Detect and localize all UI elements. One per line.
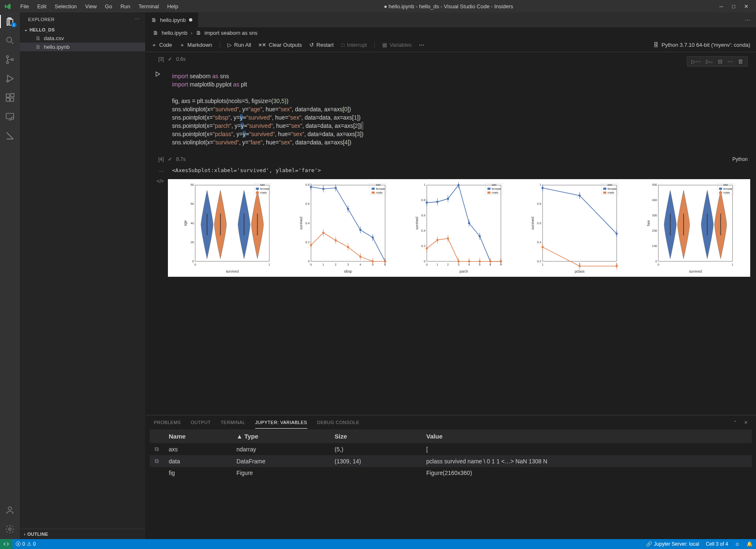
menu-terminal[interactable]: Terminal	[135, 2, 162, 11]
search-icon[interactable]	[5, 36, 15, 46]
feedback-icon[interactable]: ☺	[732, 541, 743, 547]
cell-more-icon[interactable]: ⋯	[727, 58, 733, 65]
code-editor[interactable]: import seaborn as sns import matplotlib.…	[168, 65, 750, 153]
svg-rect-163	[603, 192, 606, 194]
svg-text:1: 1	[542, 263, 543, 266]
svg-text:0.2: 0.2	[537, 259, 541, 263]
source-control-icon[interactable]	[5, 55, 15, 65]
svg-text:male: male	[260, 191, 267, 194]
popout-icon[interactable]: ⧉	[150, 443, 164, 455]
svg-point-3	[12, 59, 14, 61]
menu-selection[interactable]: Selection	[51, 2, 80, 11]
svg-text:0.8: 0.8	[306, 183, 310, 187]
settings-gear-icon[interactable]	[5, 524, 15, 534]
window-title: ● hello.ipynb - hello_ds - Visual Studio…	[184, 3, 713, 10]
svg-text:fare: fare	[646, 220, 651, 226]
toolbar-more-icon[interactable]: ⋯	[419, 42, 425, 48]
restart-button[interactable]: ↺Restart	[309, 42, 334, 48]
maximize-icon[interactable]: □	[731, 3, 736, 10]
remote-indicator[interactable]	[0, 539, 12, 549]
menu-file[interactable]: File	[17, 2, 32, 11]
svg-text:0: 0	[426, 263, 428, 266]
breadcrumb-symbol[interactable]: import seaborn as sns	[205, 30, 258, 36]
file-icon: 🗎	[153, 30, 158, 36]
svg-text:200: 200	[652, 229, 657, 233]
add-markdown-button[interactable]: ＋Markdown	[179, 41, 212, 49]
menu-go[interactable]: Go	[102, 2, 115, 11]
editor-tabs: 🗎 hello.ipynb ⋯	[146, 12, 756, 27]
panel-collapse-icon[interactable]: ⌃	[733, 417, 737, 429]
table-row[interactable]: fig Figure Figure(2160x360)	[150, 467, 752, 479]
panel-tab-output[interactable]: OUTPUT	[191, 417, 211, 428]
svg-rect-184	[719, 192, 722, 194]
panel-tab-jupyter-variables[interactable]: JUPYTER: VARIABLES	[255, 417, 307, 429]
menu-run[interactable]: Run	[117, 2, 134, 11]
problems-status[interactable]: ⓧ0 ⚠0	[12, 539, 39, 549]
run-debug-icon[interactable]	[5, 74, 15, 84]
sidebar-more-icon[interactable]: ⋯	[135, 17, 140, 22]
menu-edit[interactable]: Edit	[34, 2, 50, 11]
explorer-icon[interactable]: 1	[5, 17, 15, 26]
svg-text:1: 1	[424, 183, 426, 187]
remote-explorer-icon[interactable]	[5, 112, 15, 122]
svg-rect-5	[6, 94, 10, 97]
variables-button[interactable]: ▦Variables	[382, 42, 411, 48]
interrupt-button[interactable]: □Interrupt	[341, 42, 367, 48]
jupyter-icon[interactable]	[5, 131, 15, 141]
svg-text:male: male	[608, 191, 614, 194]
svg-point-1	[7, 56, 9, 58]
close-icon[interactable]: ✕	[744, 3, 749, 10]
panel-close-icon[interactable]: ✕	[744, 417, 748, 429]
run-cell-icon[interactable]: ▷⋯	[691, 58, 701, 65]
panel-tab-terminal[interactable]: TERMINAL	[220, 417, 245, 428]
menu-view[interactable]: View	[82, 2, 100, 11]
outline-label: OUTLINE	[27, 532, 48, 537]
svg-rect-182	[719, 188, 722, 190]
panel-tab-debug-console[interactable]: DEBUG CONSOLE	[317, 417, 359, 428]
extensions-icon[interactable]	[5, 93, 15, 103]
table-row[interactable]: ⧉ data DataFrame (1309, 14) pclass survi…	[150, 455, 752, 467]
activity-bar: 1	[0, 12, 20, 539]
breadcrumb[interactable]: 🗎 hello.ipynb › 🗎 import seaborn as sns	[146, 27, 756, 38]
svg-rect-82	[427, 185, 501, 261]
notebook-icon: 🗎	[151, 17, 157, 23]
svg-text:1: 1	[437, 263, 438, 266]
check-icon: ✓	[168, 156, 172, 162]
popout-icon[interactable]: ⧉	[150, 455, 164, 467]
split-cell-icon[interactable]: ⊟	[718, 58, 723, 65]
svg-text:female: female	[260, 187, 269, 191]
breadcrumb-file[interactable]: hello.ipynb	[162, 30, 187, 36]
clear-outputs-button[interactable]: ≡✕Clear Outputs	[258, 42, 302, 48]
jupyter-server-status[interactable]: 🔗Jupyter Server: local	[643, 541, 702, 547]
file-item-data-csv[interactable]: 🗎 data.csv	[20, 34, 145, 43]
col-name[interactable]: Name	[164, 429, 232, 443]
accounts-icon[interactable]	[5, 505, 15, 515]
kernel-selector[interactable]: 🗄 Python 3.7.10 64-bit ('myenv': conda)	[653, 42, 750, 48]
chevron-right-icon: ›	[24, 532, 26, 537]
delete-cell-icon[interactable]: 🗑	[738, 58, 743, 65]
cell-position-status[interactable]: Cell 3 of 4	[703, 541, 732, 547]
cell-lang[interactable]: Python	[732, 156, 750, 162]
file-item-hello-ipynb[interactable]: 🗎 hello.ipynb	[20, 43, 145, 51]
run-all-button[interactable]: ▷Run All	[227, 42, 251, 48]
outline-header[interactable]: › OUTLINE	[20, 529, 145, 539]
dirty-dot-icon	[189, 18, 192, 22]
notebook-body[interactable]: [3] ✓ 0.6s Python ▷⋯ ▷₌ ⊟	[146, 52, 756, 415]
tab-hello-ipynb[interactable]: 🗎 hello.ipynb	[146, 12, 199, 27]
tab-more-icon[interactable]: ⋯	[745, 17, 750, 23]
svg-text:500: 500	[652, 183, 657, 187]
run-cell-button[interactable]	[154, 70, 161, 78]
menu-help[interactable]: Help	[164, 2, 182, 11]
notifications-icon[interactable]: 🔔	[743, 541, 756, 547]
add-code-button[interactable]: ＋Code	[151, 41, 172, 49]
col-size[interactable]: Size	[330, 429, 421, 443]
col-value[interactable]: Value	[421, 429, 752, 443]
error-icon: ⓧ	[16, 541, 21, 548]
col-type[interactable]: ▲ Type	[232, 429, 330, 443]
panel-tab-problems[interactable]: PROBLEMS	[154, 417, 181, 428]
svg-text:3: 3	[347, 263, 349, 266]
folder-header[interactable]: ⌄ HELLO_DS	[20, 25, 145, 34]
table-row[interactable]: ⧉ axs ndarray (5,) [	[150, 443, 752, 455]
minimize-icon[interactable]: ─	[719, 3, 724, 10]
run-by-line-icon[interactable]: ▷₌	[706, 58, 713, 65]
